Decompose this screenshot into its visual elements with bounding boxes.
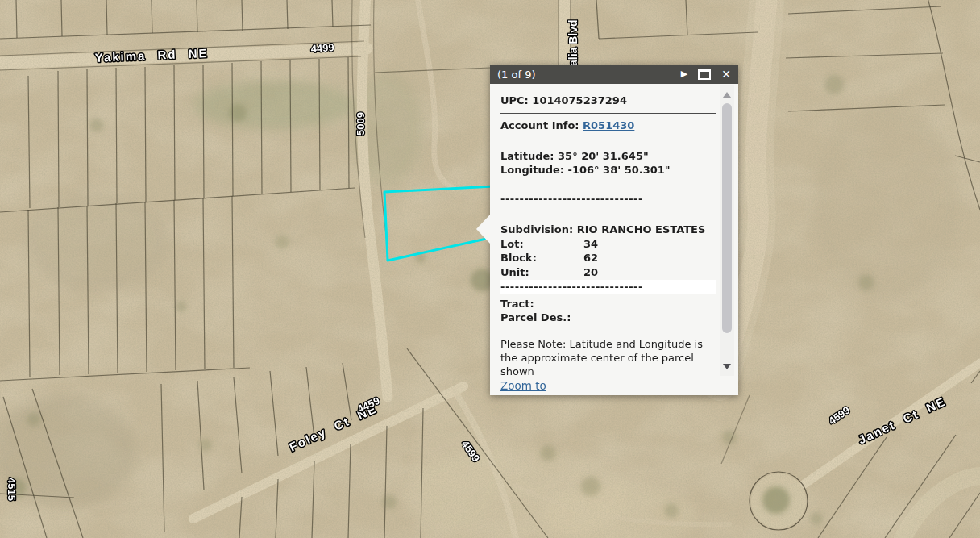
separator-dashes-2: ------------------------------ — [500, 280, 716, 294]
road-label-blvd: alia Blvd — [567, 19, 579, 66]
addr-label-5009: 5009 — [355, 112, 367, 136]
next-feature-icon[interactable]: ▶ — [681, 65, 687, 84]
parcel-des-label: Parcel Des.: — [500, 311, 716, 324]
upc-line: UPC: 1014075237294 — [500, 94, 716, 107]
tract-label: Tract: — [500, 297, 716, 311]
separator-dashes: ------------------------------ — [500, 192, 716, 206]
parcel-info-popup: (1 of 9) ▶ ✕ UPC: 1014075237294 Account … — [490, 65, 738, 395]
account-info-label: Account Info: — [500, 119, 583, 131]
addr-label-4499: 4499 — [310, 41, 334, 55]
addr-label-4515: 4515 — [6, 478, 18, 501]
latitude-line: Latitude: 35° 20' 31.645" — [500, 149, 716, 163]
close-icon[interactable]: ✕ — [721, 65, 731, 84]
divider-line — [500, 113, 716, 114]
block-row: Block: 62 — [500, 251, 716, 265]
popup-body: UPC: 1014075237294 Account Info: R051430… — [500, 84, 716, 376]
scrollbar-thumb[interactable] — [722, 103, 732, 333]
lot-label: Lot: — [500, 237, 583, 252]
scroll-down-icon[interactable] — [723, 364, 731, 369]
scroll-up-icon[interactable] — [723, 92, 731, 98]
unit-row: Unit: 20 — [500, 265, 716, 280]
account-link[interactable]: R051430 — [583, 119, 634, 131]
note-text: Please Note: Latitude and Longitude is t… — [500, 337, 716, 376]
unit-label: Unit: — [500, 265, 583, 280]
block-value: 62 — [583, 251, 598, 265]
zoom-to-link[interactable]: Zoom to — [500, 379, 546, 392]
unit-value: 20 — [583, 265, 598, 280]
longitude-line: Longitude: -106° 38' 50.301" — [500, 163, 716, 177]
popup-pager: (1 of 9) — [490, 69, 681, 81]
maximize-icon[interactable] — [698, 69, 711, 80]
popup-pointer-tail — [476, 215, 490, 244]
popup-header: (1 of 9) ▶ ✕ — [490, 65, 738, 84]
block-label: Block: — [500, 251, 583, 265]
account-info-line: Account Info: R051430 — [500, 119, 716, 132]
subdivision-line: Subdivision: RIO RANCHO ESTATES — [500, 223, 716, 237]
map-viewport[interactable]: Yakima Rd NE 4499 5009 alia Blvd Foley C… — [0, 0, 980, 538]
popup-scrollbar — [720, 85, 734, 376]
lot-row: Lot: 34 — [500, 237, 716, 252]
lot-value: 34 — [583, 237, 598, 252]
